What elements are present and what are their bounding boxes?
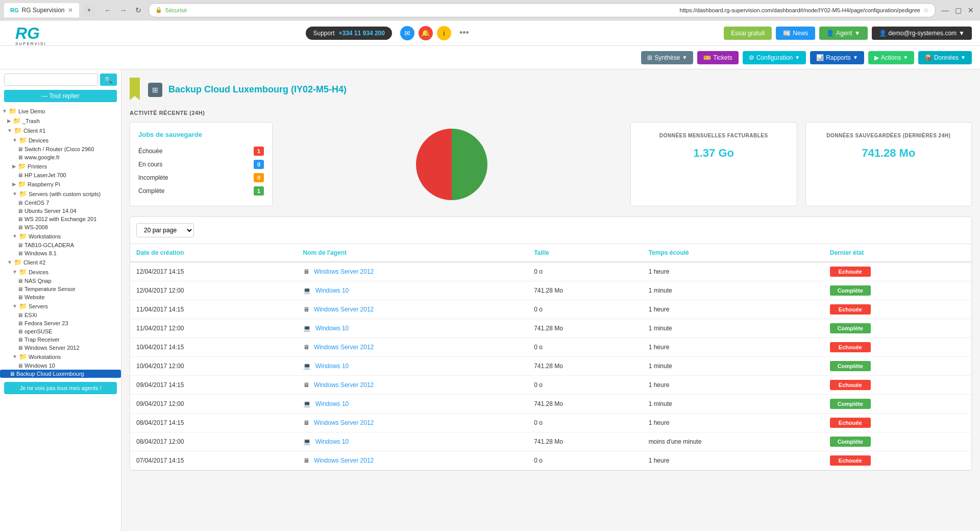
tab-title: RG Supervision [22, 7, 65, 14]
tab-close-icon[interactable]: ✕ [68, 7, 73, 14]
messages-icon-button[interactable]: ✉ [400, 26, 414, 40]
tree-item[interactable]: 🖥WS 2012 with Exchange 201 [0, 215, 121, 223]
tree-item[interactable]: 🖥CentOS 7 [0, 199, 121, 207]
per-page-select[interactable]: 20 par page 50 par page 100 par page [136, 223, 194, 237]
bookmark-star-icon[interactable]: ☆ [923, 7, 929, 14]
cell-status: Echouée [824, 376, 971, 395]
tree-item[interactable]: 🖥Website [0, 293, 121, 301]
tree-item[interactable]: 🖥Backup Cloud Luxembourg [0, 370, 121, 378]
tree-item[interactable]: ▶📁Printers [0, 161, 121, 171]
agent-button[interactable]: 👤 Agent ▼ [819, 27, 867, 40]
agent-link[interactable]: Windows 10 [315, 287, 349, 294]
status-button[interactable]: Complète [830, 399, 871, 409]
donnees-button[interactable]: 📦 Données ▼ [918, 51, 972, 64]
tree-label: Fedora Server 23 [24, 320, 68, 326]
agent-link[interactable]: Windows 10 [315, 400, 349, 407]
tree-item[interactable]: ▼📁Devices [0, 267, 121, 277]
tree-item[interactable]: ▼📁Workstations [0, 231, 121, 241]
new-tab-button[interactable]: + [83, 4, 95, 16]
cell-date: 07/04/2017 14:15 [130, 451, 297, 470]
status-button[interactable]: Complète [830, 285, 871, 296]
alert-icon-button[interactable]: 🔔 [419, 26, 433, 40]
configuration-button[interactable]: ⚙ Configuration ▼ [743, 51, 806, 64]
col-agent: Nom de l'agent [297, 244, 528, 262]
agent-link[interactable]: Windows 10 [315, 325, 349, 332]
status-button[interactable]: Complète [830, 323, 871, 333]
rapports-button[interactable]: 📊 Rapports ▼ [810, 51, 864, 64]
tree-item[interactable]: ▼📁Devices [0, 135, 121, 145]
more-options-icon[interactable]: ••• [459, 28, 469, 38]
tree-item[interactable]: 🖥openSUSE [0, 327, 121, 335]
agent-link[interactable]: Windows Server 2012 [314, 381, 374, 389]
tree-item[interactable]: 🖥Switch / Router (Cisco 2960 [0, 145, 121, 153]
agent-link[interactable]: Windows 10 [315, 438, 349, 445]
agent-link[interactable]: Windows Server 2012 [314, 306, 374, 313]
status-button[interactable]: Echouée [830, 304, 871, 315]
status-button[interactable]: Echouée [830, 380, 871, 390]
tree-item[interactable]: ▶📁Raspberry Pi [0, 179, 121, 189]
agent-icon: 👤 [826, 30, 834, 37]
rapports-label: Rapports [826, 54, 851, 61]
agent-link[interactable]: Windows Server 2012 [314, 419, 374, 426]
folder-icon: 📁 [9, 107, 17, 115]
back-button[interactable]: ← [102, 5, 115, 15]
status-button[interactable]: Echouée [830, 267, 871, 277]
agent-link[interactable]: Windows 10 [315, 363, 349, 370]
table-row: 08/04/2017 14:15 🖥 Windows Server 2012 0… [130, 414, 971, 432]
tab-favicon: RG [10, 7, 19, 13]
tree-item[interactable]: 🖥HP LaserJet 700 [0, 171, 121, 179]
support-phone: +334 11 934 200 [338, 30, 384, 37]
tree-item[interactable]: 🖥Windows Server 2012 [0, 344, 121, 352]
tree-item[interactable]: ▼📁Servers (with custom scripts) [0, 189, 121, 199]
cell-date: 12/04/2017 14:15 [130, 262, 297, 281]
address-bar[interactable]: 🔒 Sécurisé https://dashboard.rg-supervis… [149, 3, 936, 17]
tree-item[interactable]: 🖥NAS Qnap [0, 277, 121, 285]
status-button[interactable]: Complète [830, 437, 871, 447]
actions-button[interactable]: ▶ Actions ▼ [868, 51, 914, 64]
grid-view-button[interactable]: ⊞ [148, 83, 162, 97]
tree-item[interactable]: 🖥WS-2008 [0, 223, 121, 231]
synthese-button[interactable]: ⊞ Synthèse ▼ [641, 51, 693, 64]
essai-button[interactable]: Essai gratuit [724, 27, 772, 40]
agent-visibility-button[interactable]: Je ne vois pas tous mes agents ! [4, 382, 117, 394]
status-button[interactable]: Echouée [830, 342, 871, 352]
forward-button[interactable]: → [117, 5, 130, 15]
tree-item[interactable]: ▼📁Servers [0, 301, 121, 311]
tree-label: www.google.fr [24, 154, 60, 160]
tree-item[interactable]: 🖥Trap Receiver [0, 335, 121, 344]
tree-item[interactable]: 🖥Windows 8.1 [0, 249, 121, 257]
tree-item[interactable]: 🖥Fedora Server 23 [0, 319, 121, 327]
folder-icon: 📁 [13, 117, 21, 125]
search-input[interactable] [4, 74, 98, 86]
agent-link[interactable]: Windows Server 2012 [314, 268, 374, 275]
user-menu-button[interactable]: 👤 demo@rg-systemes.com ▼ [872, 27, 972, 40]
tree-item[interactable]: 🖥TAB10-GCLADERA [0, 241, 121, 249]
tree-item[interactable]: ▼📁Workstations [0, 352, 121, 361]
tree-item[interactable]: 🖥Ubuntu Server 14.04 [0, 207, 121, 215]
tree-item[interactable]: 🖥ESXi [0, 311, 121, 319]
status-button[interactable]: Echouée [830, 418, 871, 428]
tree-item[interactable]: 🖥Temperature Sensor [0, 285, 121, 293]
actions-icon: ▶ [874, 54, 879, 61]
tree-item[interactable]: ▼📁Client #1 [0, 126, 121, 135]
close-button[interactable]: ✕ [966, 6, 976, 14]
reload-button[interactable]: ↻ [132, 5, 144, 15]
info-icon-button[interactable]: i [437, 26, 451, 40]
tickets-button[interactable]: 🎫 Tickets [697, 51, 739, 64]
tree-item[interactable]: 🖥Windows 10 [0, 361, 121, 370]
news-button[interactable]: 📰 News [776, 27, 815, 40]
tree-item[interactable]: ▶📁_Trash [0, 116, 121, 126]
tree-item[interactable]: ▼📁Live Demo [0, 106, 121, 116]
search-button[interactable]: 🔍 [100, 74, 117, 86]
agent-link[interactable]: Windows Server 2012 [314, 457, 374, 464]
agent-link[interactable]: Windows Server 2012 [314, 344, 374, 351]
tree-item[interactable]: 🖥www.google.fr [0, 153, 121, 161]
minimize-button[interactable]: — [940, 6, 951, 14]
tout-replier-button[interactable]: — Tout replier [4, 90, 117, 102]
table-row: 09/04/2017 12:00 💻 Windows 10 741.28 Mo … [130, 395, 971, 414]
status-button[interactable]: Complète [830, 361, 871, 371]
browser-tab[interactable]: RG RG Supervision ✕ [4, 3, 79, 17]
status-button[interactable]: Echouée [830, 455, 871, 466]
maximize-button[interactable]: ▢ [953, 6, 964, 14]
tree-item[interactable]: ▼📁Client #2 [0, 257, 121, 267]
